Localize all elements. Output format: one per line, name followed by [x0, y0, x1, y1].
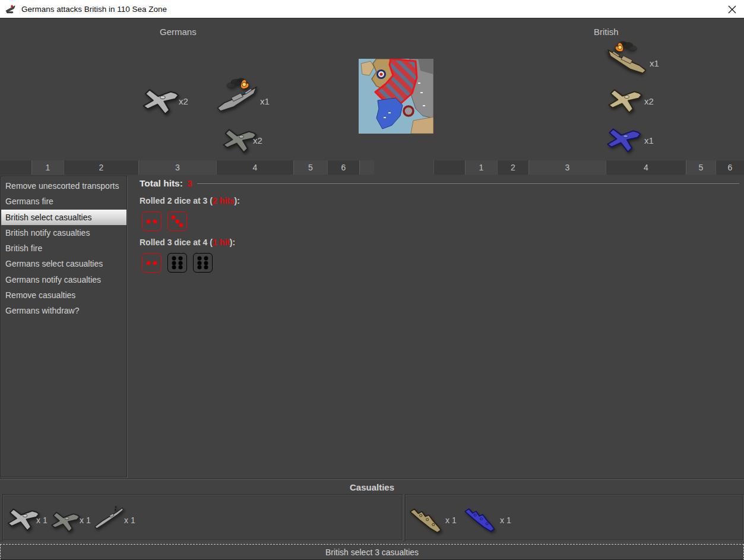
roll-1-label: Rolled 2 dice at 3 (2 hits): — [140, 196, 240, 205]
roll-1-hits: 2 hits — [213, 196, 235, 205]
step-germans-notify-casualties: Germans notify casualties — [1, 272, 126, 287]
defender-strip-3: 3 — [528, 160, 606, 175]
step-british-notify-casualties: British notify casualties — [1, 225, 126, 241]
die-6-miss — [167, 253, 187, 273]
defender-header: British — [594, 27, 619, 37]
defender-casualties-box: x 1 x 1 — [405, 494, 743, 540]
attacker-casualties-box: x 1 x 1 x 1 — [2, 494, 403, 540]
dice-results-panel: Total hits: 3 Rolled 2 dice at 3 (2 hits… — [140, 178, 739, 189]
roll-2-hits: 1 hit — [213, 238, 230, 247]
blue-fighter-icon — [603, 121, 641, 159]
defender-strip-2: 2 — [497, 160, 528, 175]
attacker-strip-6: 6 — [327, 160, 359, 175]
app-icon — [5, 4, 16, 15]
attacker-strip-3: 3 — [138, 160, 216, 175]
casualty-british-battleship-count: x 1 — [445, 515, 457, 525]
british-damaged-battleship-icon — [603, 40, 650, 80]
attacker-strip-tail — [359, 160, 374, 175]
defender-strip-4: 4 — [606, 160, 686, 175]
step-germans-select-casualties: Germans select casualties — [1, 256, 126, 271]
die-6-miss — [193, 253, 213, 273]
total-hits-value: 3 — [187, 178, 192, 189]
casualty-german-bomber-icon — [48, 507, 80, 537]
german-battleship-count: x1 — [260, 96, 270, 106]
defender-strip-5: 5 — [686, 160, 715, 175]
defender-strip-6: 6 — [715, 160, 744, 175]
german-bomber-count: x2 — [253, 135, 262, 145]
german-fighter-icon — [139, 82, 179, 121]
step-germans-fire: Germans fire — [1, 194, 126, 209]
german-fighter-count: x2 — [179, 96, 188, 106]
window-title: Germans attacks British in 110 Sea Zone — [21, 5, 167, 14]
battle-window: Germans attacks British in 110 Sea Zone … — [0, 0, 744, 560]
casualty-german-submarine-icon — [92, 501, 125, 537]
battle-steps-list: Remove unescorted transports Germans fir… — [1, 176, 127, 477]
attacker-strip-2: 2 — [64, 160, 138, 175]
casualties-title: Casualties — [0, 482, 744, 492]
british-battleship-count: x1 — [650, 58, 659, 68]
british-fighter-count: x2 — [644, 96, 654, 106]
close-button[interactable] — [726, 4, 738, 15]
casualties-separator — [0, 479, 744, 480]
roll-1-dice — [142, 211, 187, 231]
casualty-german-fighter-count: x 1 — [36, 515, 48, 525]
close-icon — [728, 5, 736, 14]
attacker-strip-blank — [0, 160, 31, 175]
casualty-british-battleship-icon — [408, 503, 445, 537]
casualty-german-bomber-count: x 1 — [80, 515, 91, 525]
roll-2-dice — [142, 253, 213, 273]
step-british-fire: British fire — [1, 241, 126, 256]
defender-strip-blank — [433, 160, 465, 175]
casualty-blue-warship-icon — [463, 502, 498, 537]
casualty-german-submarine-count: x 1 — [124, 515, 135, 525]
step-germans-withdraw: Germans withdraw? — [1, 303, 126, 318]
defender-strip-1: 1 — [465, 160, 497, 175]
step-british-select-casualties: British select casualties — [1, 210, 126, 225]
casualty-german-fighter-icon — [4, 502, 40, 537]
attacker-strip-5: 5 — [293, 160, 327, 175]
step-remove-unescorted-transports: Remove unescorted transports — [1, 178, 126, 194]
german-damaged-battleship-icon — [215, 76, 260, 119]
total-hits-label: Total hits: — [140, 178, 183, 189]
die-3-hit — [167, 211, 187, 231]
attacker-strip-4: 4 — [216, 160, 293, 175]
british-fighter-icon — [604, 82, 642, 120]
casualty-blue-warship-count: x 1 — [500, 515, 511, 525]
die-2-hit — [142, 211, 162, 231]
status-bar: British select 3 casualties — [0, 544, 744, 560]
total-hits-rule — [197, 183, 739, 184]
die-2-hit — [142, 253, 162, 273]
roll-2-label: Rolled 3 dice at 4 (1 hit): — [140, 238, 235, 247]
status-separator — [0, 541, 744, 542]
step-remove-casualties: Remove casualties — [1, 287, 126, 303]
attacker-strip-1: 1 — [31, 160, 64, 175]
title-bar[interactable]: Germans attacks British in 110 Sea Zone — [0, 0, 744, 18]
sea-zone-map — [359, 59, 433, 134]
attacker-header: Germans — [160, 27, 197, 37]
status-message: British select 3 casualties — [325, 548, 419, 557]
blue-fighter-count: x1 — [644, 135, 654, 145]
